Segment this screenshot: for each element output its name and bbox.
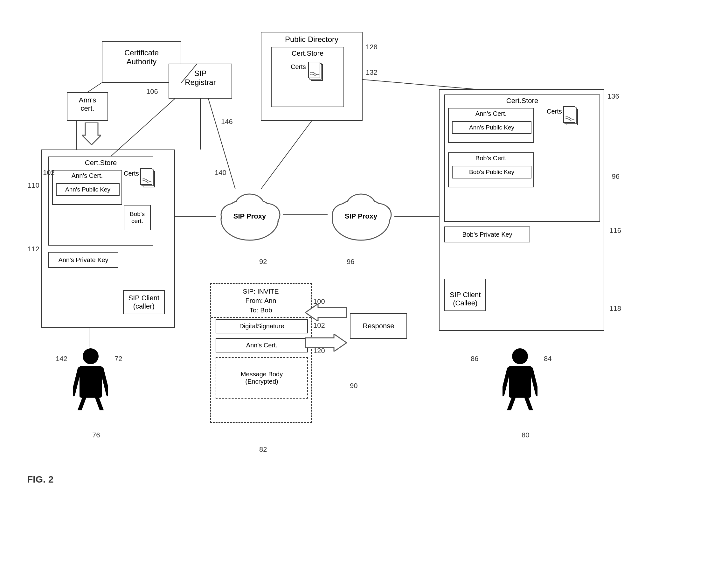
anns-cert-ann-box: Ann's Cert. Ann's Public Key xyxy=(52,170,122,205)
bobs-cert-bob-label: Bob's Cert. xyxy=(449,153,533,163)
sip-invite-header: SIP: INVITE From: Ann To: Bob xyxy=(211,284,311,318)
svg-line-28 xyxy=(531,369,537,394)
label-90: 90 xyxy=(350,382,357,390)
bobs-cert-ann-box: Bob's cert. xyxy=(124,205,151,230)
bobs-public-key-bob-box: Bob's Public Key xyxy=(452,166,531,179)
svg-line-22 xyxy=(102,369,108,394)
cert-store-bob-box: Cert.Store Ann's Cert. Ann's Public Key … xyxy=(444,95,600,222)
diagram: Certificate Authority Ann's cert. 106 SI… xyxy=(0,0,728,571)
label-96-left: 96 xyxy=(347,258,354,266)
sip-invite-title-label: SIP: INVITE From: Ann To: Bob xyxy=(243,288,279,314)
digital-signature-box: DigitalSignature xyxy=(216,319,308,333)
ann-person xyxy=(73,347,108,410)
response-label: Response xyxy=(363,322,394,330)
svg-rect-20 xyxy=(80,366,102,397)
public-directory-box: Public Directory Cert.Store Certs xyxy=(261,32,363,121)
sip-proxy-left-cloud: SIP Proxy xyxy=(216,188,283,245)
label-102-top: 102 xyxy=(43,168,55,177)
anns-private-key-box: Ann's Private Key xyxy=(48,252,118,268)
svg-marker-18 xyxy=(305,304,347,321)
digital-signature-label: DigitalSignature xyxy=(239,323,284,330)
svg-line-23 xyxy=(80,397,84,410)
svg-line-21 xyxy=(73,369,80,394)
label-112: 112 xyxy=(28,245,39,253)
anns-cert-bob-label: Ann's Cert. xyxy=(449,108,533,119)
label-110: 110 xyxy=(28,181,39,190)
label-118: 118 xyxy=(609,305,621,313)
label-96-right: 96 xyxy=(612,173,620,181)
bobs-cert-ann-label: Bob's cert. xyxy=(130,211,145,225)
anns-public-key-ann-label: Ann's Public Key xyxy=(65,186,110,193)
anns-cert-msg-label: Ann's Cert. xyxy=(246,342,277,349)
sip-proxy-right-cloud: SIP Proxy xyxy=(328,188,394,245)
label-136: 136 xyxy=(607,92,619,101)
label-84: 84 xyxy=(544,355,552,363)
label-132: 132 xyxy=(366,69,377,77)
anns-cert-ann-label: Ann's Cert. xyxy=(53,170,121,181)
message-body-area: Message Body (Encrypted) xyxy=(216,357,308,398)
label-106: 106 xyxy=(146,88,158,96)
bobs-device-box: Cert.Store Ann's Cert. Ann's Public Key … xyxy=(439,89,604,331)
message-body-label: Message Body (Encrypted) xyxy=(241,371,283,385)
certs-bob-area: Certs xyxy=(547,108,562,115)
sip-client-caller-label: SIP Client (caller) xyxy=(123,290,165,314)
bobs-public-key-bob-label: Bob's Public Key xyxy=(469,168,514,176)
svg-marker-17 xyxy=(305,334,347,351)
svg-line-29 xyxy=(509,397,514,410)
sip-registrar-label: SIP Registrar xyxy=(169,64,232,88)
hollow-arrow-down xyxy=(82,122,101,146)
cert-store-pub-label: Cert.Store xyxy=(272,47,344,60)
label-142: 142 xyxy=(56,355,68,363)
bobs-private-key-box: Bob's Private Key xyxy=(444,226,530,242)
svg-point-19 xyxy=(83,348,99,364)
anns-public-key-bob-box: Ann's Public Key xyxy=(452,121,531,134)
cert-store-bob-label: Cert.Store xyxy=(445,95,600,107)
svg-line-35 xyxy=(111,99,175,156)
label-146: 146 xyxy=(221,118,233,126)
cert-store-pub-box: Cert.Store Certs xyxy=(271,47,344,107)
label-92: 92 xyxy=(259,258,267,266)
anns-cert-msg-box: Ann's Cert. xyxy=(216,338,308,352)
anns-cert-small-label: Ann's cert. xyxy=(68,93,108,114)
label-116: 116 xyxy=(609,226,621,235)
bob-person xyxy=(502,347,537,410)
hollow-arrow-left xyxy=(305,304,347,323)
certs-ann-area: Certs xyxy=(124,170,139,177)
svg-line-37 xyxy=(261,121,312,189)
public-directory-label: Public Directory xyxy=(261,32,362,46)
label-82: 82 xyxy=(259,445,267,454)
anns-public-key-ann-box: Ann's Public Key xyxy=(56,183,120,196)
cert-store-ann-box: Cert.Store Ann's Cert. Ann's Public Key … xyxy=(48,156,153,246)
certs-pub-area: Certs xyxy=(291,63,306,71)
bobs-cert-bob-box: Bob's Cert. Bob's Public Key xyxy=(448,152,534,187)
cert-store-ann-label: Cert.Store xyxy=(49,157,153,168)
svg-line-31 xyxy=(88,83,102,92)
anns-public-key-bob-label: Ann's Public Key xyxy=(469,124,514,131)
anns-cert-bob-box: Ann's Cert. Ann's Public Key xyxy=(448,108,534,143)
figure-title: FIG. 2 xyxy=(27,474,53,485)
label-72: 72 xyxy=(115,355,122,363)
sip-invite-box: SIP: INVITE From: Ann To: Bob DigitalSig… xyxy=(210,283,312,423)
svg-line-27 xyxy=(502,369,509,394)
bobs-private-key-label: Bob's Private Key xyxy=(462,231,512,238)
response-box: Response xyxy=(350,313,407,339)
anns-cert-small-box: Ann's cert. xyxy=(67,92,108,121)
label-140: 140 xyxy=(215,168,226,177)
svg-line-36 xyxy=(363,80,474,89)
anns-private-key-label: Ann's Private Key xyxy=(58,256,108,264)
svg-point-25 xyxy=(512,348,528,364)
certs-bob-label: Certs xyxy=(547,108,562,115)
label-86: 86 xyxy=(471,355,478,363)
svg-rect-26 xyxy=(509,366,531,397)
label-80: 80 xyxy=(521,431,529,439)
hollow-arrow-right xyxy=(305,334,347,353)
svg-line-30 xyxy=(526,397,531,410)
sip-registrar-box: SIP Registrar xyxy=(168,64,232,99)
label-76: 76 xyxy=(92,431,100,439)
sip-proxy-left-label: SIP Proxy xyxy=(233,212,266,221)
certs-pub-label: Certs xyxy=(291,63,306,70)
sip-proxy-right-label: SIP Proxy xyxy=(345,212,377,221)
certs-ann-label: Certs xyxy=(124,170,139,177)
svg-marker-0 xyxy=(82,122,101,145)
label-128: 128 xyxy=(366,43,377,51)
